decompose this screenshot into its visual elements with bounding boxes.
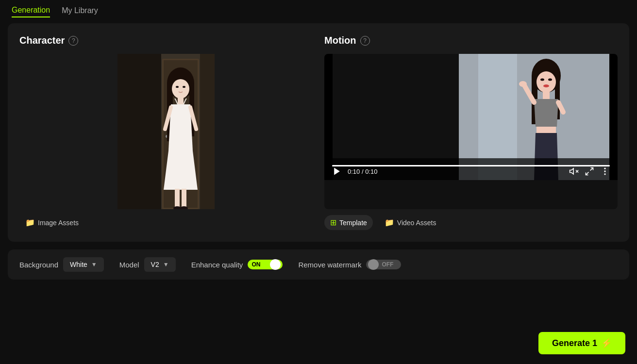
svg-marker-33 bbox=[334, 168, 340, 175]
template-button[interactable]: ⊞ Template bbox=[324, 215, 373, 230]
video-assets-button[interactable]: 📁 Video Assets bbox=[379, 215, 442, 230]
svg-point-39 bbox=[604, 170, 605, 172]
background-dropdown[interactable]: White ▼ bbox=[63, 257, 104, 272]
enhance-label: Enhance quality bbox=[191, 261, 243, 269]
bottom-bar: Background White ▼ Model V2 ▼ Enhance qu… bbox=[8, 249, 629, 280]
more-options-icon[interactable] bbox=[600, 166, 610, 176]
fullscreen-icon[interactable] bbox=[585, 166, 594, 176]
svg-rect-13 bbox=[178, 98, 184, 104]
svg-line-37 bbox=[586, 172, 589, 175]
lightning-icon: ⚡ bbox=[601, 338, 612, 348]
progress-bar[interactable] bbox=[332, 165, 610, 166]
watermark-toggle-circle bbox=[368, 259, 379, 270]
image-assets-button[interactable]: 📁 Image Assets bbox=[19, 215, 84, 230]
enhance-toggle-circle bbox=[270, 259, 281, 270]
svg-point-32 bbox=[519, 81, 527, 87]
svg-point-38 bbox=[604, 168, 605, 169]
folder-icon: 📁 bbox=[25, 218, 35, 227]
enhance-item: Enhance quality ON bbox=[191, 260, 283, 269]
model-dropdown-arrow: ▼ bbox=[163, 261, 169, 268]
character-section: Character ? bbox=[19, 35, 313, 230]
svg-rect-3 bbox=[200, 54, 215, 209]
svg-rect-30 bbox=[543, 92, 550, 99]
character-image-area[interactable] bbox=[19, 54, 313, 209]
nav-generation[interactable]: Generation bbox=[12, 6, 50, 17]
svg-point-26 bbox=[536, 71, 556, 93]
enhance-toggle-label: ON bbox=[250, 261, 260, 268]
character-assets-row: 📁 Image Assets bbox=[19, 215, 313, 230]
nav-my-library[interactable]: My Library bbox=[62, 6, 98, 17]
svg-line-36 bbox=[590, 168, 593, 171]
generate-button[interactable]: Generate 1 ⚡ bbox=[538, 332, 625, 354]
character-help-icon[interactable]: ? bbox=[68, 36, 78, 46]
watermark-toggle[interactable]: OFF bbox=[366, 260, 401, 269]
main-panel: Character ? bbox=[8, 23, 629, 242]
svg-point-29 bbox=[543, 84, 549, 87]
video-folder-icon: 📁 bbox=[385, 218, 394, 227]
motion-video-area[interactable]: 0:10 / 0:10 bbox=[324, 54, 618, 209]
background-item: Background White ▼ bbox=[19, 257, 104, 272]
top-nav: Generation My Library bbox=[0, 0, 637, 23]
motion-assets-row: ⊞ Template 📁 Video Assets bbox=[324, 215, 618, 230]
svg-point-12 bbox=[183, 86, 185, 88]
grid-icon: ⊞ bbox=[330, 218, 336, 227]
background-label: Background bbox=[19, 261, 58, 269]
mute-icon[interactable] bbox=[569, 166, 579, 176]
controls-right bbox=[569, 166, 610, 176]
model-item: Model V2 ▼ bbox=[119, 257, 176, 272]
svg-rect-15 bbox=[182, 189, 186, 208]
video-controls: 0:10 / 0:10 bbox=[324, 158, 618, 180]
watermark-label: Remove watermark bbox=[298, 261, 361, 269]
background-dropdown-arrow: ▼ bbox=[91, 261, 97, 268]
svg-point-11 bbox=[176, 86, 179, 88]
svg-rect-14 bbox=[175, 189, 180, 208]
model-dropdown[interactable]: V2 ▼ bbox=[144, 257, 176, 272]
watermark-item: Remove watermark OFF bbox=[298, 260, 401, 269]
motion-section: Motion ? bbox=[324, 35, 618, 230]
svg-point-10 bbox=[172, 79, 189, 99]
motion-title: Motion bbox=[324, 35, 356, 46]
motion-header: Motion ? bbox=[324, 35, 618, 46]
svg-rect-1 bbox=[117, 54, 161, 209]
time-display: 0:10 / 0:10 bbox=[348, 168, 377, 175]
progress-fill bbox=[332, 165, 610, 166]
svg-point-27 bbox=[540, 79, 544, 81]
svg-point-28 bbox=[548, 79, 552, 81]
sections-row: Character ? bbox=[19, 35, 618, 230]
character-header: Character ? bbox=[19, 35, 313, 46]
svg-rect-31 bbox=[536, 127, 556, 134]
enhance-toggle[interactable]: ON bbox=[248, 260, 283, 269]
motion-help-icon[interactable]: ? bbox=[360, 36, 370, 46]
svg-point-40 bbox=[604, 173, 605, 175]
play-button[interactable] bbox=[332, 166, 342, 176]
model-label: Model bbox=[119, 261, 139, 269]
character-title: Character bbox=[19, 35, 65, 46]
controls-row: 0:10 / 0:10 bbox=[332, 166, 610, 176]
character-image bbox=[117, 54, 215, 209]
video-content: 0:10 / 0:10 bbox=[324, 54, 618, 180]
generate-btn-container: Generate 1 ⚡ bbox=[538, 332, 625, 354]
